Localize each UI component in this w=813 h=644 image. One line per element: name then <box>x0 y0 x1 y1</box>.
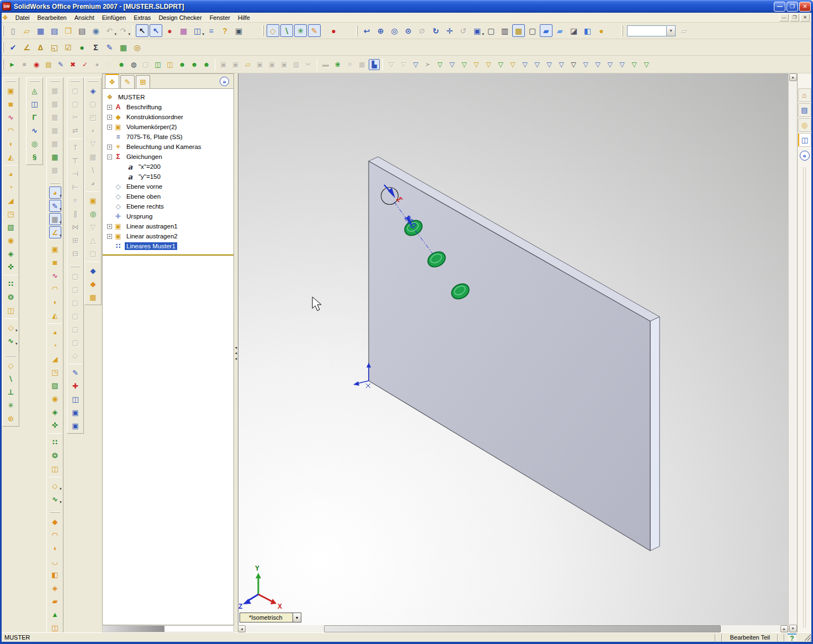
revolved-surface[interactable]: ◠ <box>49 529 61 541</box>
draft[interactable]: ◢ <box>5 194 17 206</box>
tree-item-gleichungen[interactable]: −ΣGleichungen <box>103 152 233 162</box>
record-macro[interactable]: ● <box>327 24 340 37</box>
maximize-button[interactable]: ❐ <box>787 2 798 12</box>
chamfer-2[interactable]: ◔ <box>49 339 61 352</box>
featuremanager-tab[interactable]: ❖ <box>105 74 119 88</box>
task-pane-grip[interactable] <box>803 167 806 628</box>
doc-restore-button[interactable]: ❐ <box>790 14 799 22</box>
swept-surface[interactable]: ◖ <box>49 542 61 554</box>
swept-cut[interactable]: ∿ <box>49 269 61 281</box>
tree-item-volumenk-rper-2[interactable]: +▣Volumenkörper(2) <box>103 122 233 132</box>
standard-views-flyout[interactable]: ▣▾ <box>471 24 483 37</box>
tree-item-ebene-rechts[interactable]: ◇Ebene rechts <box>103 201 233 211</box>
modify-sketch[interactable]: ✎ <box>308 24 321 37</box>
boundary-surface[interactable]: ◧ <box>49 568 61 581</box>
hidden-lines-visible[interactable]: ▥ <box>498 24 511 37</box>
rotate-view[interactable]: ↻ <box>429 24 442 37</box>
tree-expand-box[interactable]: + <box>107 145 112 150</box>
tree-item-lineares-muster1[interactable]: ∷Lineares Muster1 <box>103 241 233 251</box>
tree-expand-box[interactable]: + <box>107 224 112 229</box>
menu-fenster[interactable]: Fenster <box>206 13 234 22</box>
color-swatches[interactable]: ▦ <box>177 24 190 37</box>
combo-dropdown-icon[interactable]: ▾ <box>666 26 675 36</box>
check-entity[interactable]: ☑ <box>62 41 75 54</box>
tree-item-7075-t6-plate-ss[interactable]: ≡7075-T6, Plate (SS) <box>103 132 233 142</box>
filter-toggle[interactable]: ● <box>163 24 176 37</box>
circular-pattern-2[interactable]: ❂ <box>49 449 61 461</box>
user-1[interactable]: ☻ <box>177 59 188 70</box>
mass-properties[interactable]: ∆ <box>34 41 47 54</box>
hole-wizard-2[interactable]: ◉ <box>49 392 61 405</box>
doc-close-button[interactable]: ✕ <box>800 14 810 22</box>
reference-axis[interactable]: ∖ <box>5 372 17 385</box>
sketch-tools-flyout[interactable]: ✎▾ <box>49 200 61 212</box>
split-line[interactable]: ◫ <box>29 98 41 110</box>
shaded[interactable]: ▰ <box>554 24 566 37</box>
file-explorer[interactable]: ◎ <box>798 118 811 132</box>
curve-through-points[interactable]: § <box>29 151 41 163</box>
base-flange[interactable]: ▣ <box>87 194 99 206</box>
configurationmanager-tab[interactable]: ⊞ <box>136 75 150 88</box>
scroll-down-icon[interactable]: ▾ <box>789 625 797 632</box>
save-sheet[interactable]: ▤ <box>48 24 61 37</box>
menu-bearbeiten[interactable]: Bearbeiten <box>33 13 70 22</box>
add-sketch-tool[interactable]: ✚ <box>70 380 82 392</box>
scene-plant[interactable]: ❀ <box>332 59 343 70</box>
open-document[interactable]: ▱ <box>20 24 33 37</box>
render-open-scene[interactable]: ▱ <box>242 59 253 70</box>
insert-into-part-1[interactable]: ▣ <box>70 406 82 418</box>
zoom-in-out[interactable]: ⊕ <box>374 24 387 37</box>
performance[interactable]: ● <box>76 41 88 54</box>
fold[interactable]: ◆ <box>87 264 99 276</box>
lofted-bend[interactable]: ◎ <box>87 207 99 220</box>
viewport-vertical-scrollbar[interactable]: ▴ ▾ <box>788 73 797 632</box>
mate-reference[interactable]: ⊙ <box>5 412 17 424</box>
spell-checker[interactable]: ✔ <box>7 41 19 54</box>
wrap-2[interactable]: ◈ <box>49 406 61 418</box>
tree-horizontal-scrollbar[interactable] <box>102 625 234 632</box>
boundary-boss[interactable]: ◖ <box>5 137 17 150</box>
fillet-flyout[interactable]: ◕▾ <box>49 187 61 199</box>
error-report[interactable]: ✖ <box>67 59 78 70</box>
swept-boss[interactable]: ∿ <box>5 111 17 123</box>
zoom-to-area[interactable]: ◎ <box>388 24 401 37</box>
task-pane-collapse-button[interactable]: « <box>800 151 810 161</box>
realview-graphics[interactable]: ● <box>595 24 608 37</box>
scroll-right-icon[interactable]: ▸ <box>780 625 788 632</box>
panel-splitter[interactable]: ◂ ◂ ◂ <box>234 73 238 632</box>
chamfer[interactable]: ◔ <box>5 181 17 193</box>
options-list[interactable]: ≡ <box>205 24 217 37</box>
menu-ansicht[interactable]: Ansicht <box>71 13 98 22</box>
tree-expand-button[interactable]: » <box>220 77 229 86</box>
menu-design-checker[interactable]: Design Checker <box>155 13 205 22</box>
projected-curve[interactable]: ◬ <box>29 84 41 97</box>
edit-sketch-tool[interactable]: ✎ <box>70 366 82 379</box>
view-orientation-dropdown-icon[interactable]: ▾ <box>293 613 301 622</box>
tree-expand-box[interactable]: + <box>107 115 112 120</box>
filter-edges[interactable]: ▽ <box>447 59 458 70</box>
block-tools-flyout[interactable]: ▦▾ <box>49 213 61 225</box>
filter-midpoints[interactable]: ▽ <box>544 59 555 70</box>
tree-item-linear-austragen2[interactable]: +▣Linear austragen2 <box>103 231 233 241</box>
rib[interactable]: ▧ <box>5 221 17 233</box>
filter-notes[interactable]: ▽ <box>604 59 615 70</box>
planar-surface[interactable]: ▲ <box>49 608 61 620</box>
radiate-surface[interactable]: ▰ <box>49 595 61 607</box>
user-3[interactable]: ☻ <box>201 59 212 70</box>
sketch-point[interactable]: ✳ <box>294 24 307 37</box>
spline-on-surface[interactable]: ∿ <box>29 124 41 136</box>
shaded-with-edges[interactable]: ▰ <box>540 24 552 37</box>
knit-surface[interactable]: ◫ <box>49 621 61 634</box>
screen-capture[interactable]: ▣ <box>232 24 245 37</box>
linear-pattern-tool[interactable]: ∷ <box>5 278 17 290</box>
extruded-boss[interactable]: ▣ <box>5 84 17 97</box>
coordinate-system[interactable]: ⊥ <box>5 386 17 398</box>
extruded-surface[interactable]: ◆ <box>49 515 61 528</box>
hole-wizard[interactable]: ◉ <box>5 234 17 246</box>
filter-vertices[interactable]: ▽ <box>434 59 445 70</box>
filter-center-marks[interactable]: ▽ <box>556 59 567 70</box>
boundary-cut[interactable]: ◖ <box>49 296 61 308</box>
copy-to-vault[interactable]: ◫ <box>152 59 163 70</box>
filter-hatches[interactable]: ▽ <box>617 59 628 70</box>
user-2[interactable]: ☻ <box>189 59 200 70</box>
